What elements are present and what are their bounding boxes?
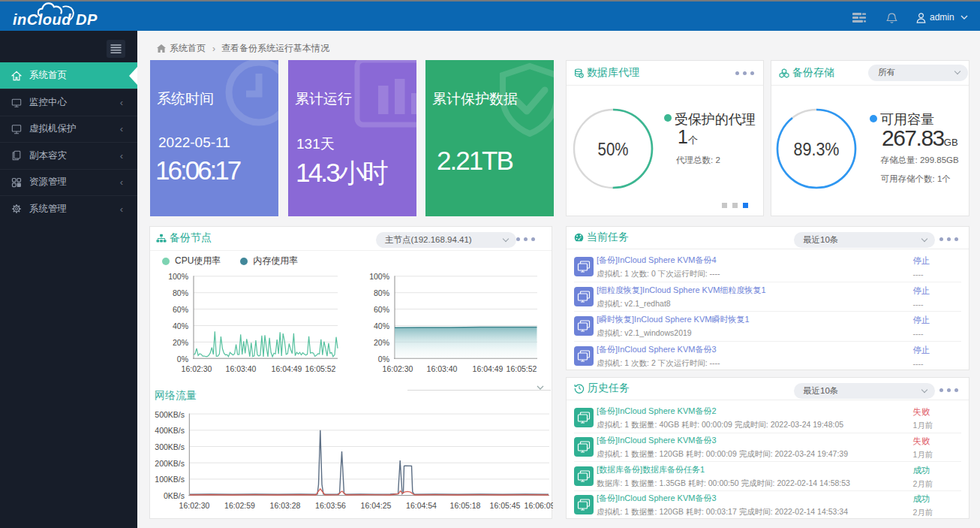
svg-text:20%: 20%: [374, 338, 389, 347]
svg-text:20%: 20%: [173, 338, 188, 347]
svg-text:16:04:49: 16:04:49: [272, 364, 302, 373]
svg-text:16:03:40: 16:03:40: [427, 364, 458, 373]
svg-text:16:06:09: 16:06:09: [525, 501, 553, 510]
svg-text:40%: 40%: [374, 321, 389, 330]
svg-text:16:04:54: 16:04:54: [406, 501, 437, 510]
svg-text:16:04:25: 16:04:25: [361, 501, 392, 510]
svg-text:200KB/s: 200KB/s: [155, 459, 185, 468]
svg-text:0%: 0%: [177, 355, 188, 364]
svg-text:80%: 80%: [374, 288, 389, 297]
svg-text:16:05:45: 16:05:45: [490, 501, 521, 510]
svg-text:16:05:52: 16:05:52: [305, 364, 336, 373]
svg-text:16:05:52: 16:05:52: [507, 364, 537, 373]
svg-text:0KB/s: 0KB/s: [164, 491, 185, 500]
svg-text:400KB/s: 400KB/s: [155, 426, 185, 435]
svg-text:16:02:30: 16:02:30: [182, 364, 212, 373]
svg-text:16:03:28: 16:03:28: [270, 501, 301, 510]
svg-text:500KB/s: 500KB/s: [155, 410, 185, 419]
svg-text:16:05:18: 16:05:18: [450, 501, 481, 510]
svg-text:16:04:49: 16:04:49: [473, 364, 504, 373]
svg-text:50%: 50%: [597, 138, 628, 158]
svg-text:80%: 80%: [173, 288, 188, 297]
svg-text:16:03:56: 16:03:56: [315, 501, 346, 510]
svg-text:16:03:40: 16:03:40: [226, 364, 257, 373]
svg-text:60%: 60%: [173, 305, 188, 314]
svg-text:0%: 0%: [378, 355, 389, 364]
svg-text:300KB/s: 300KB/s: [155, 442, 185, 451]
svg-text:40%: 40%: [173, 321, 188, 330]
svg-text:16:02:59: 16:02:59: [224, 501, 255, 510]
svg-text:100%: 100%: [369, 272, 389, 281]
svg-text:60%: 60%: [374, 305, 389, 314]
svg-text:89.3%: 89.3%: [794, 138, 840, 158]
svg-text:16:02:30: 16:02:30: [179, 501, 210, 510]
svg-text:16:02:30: 16:02:30: [383, 364, 413, 373]
svg-text:100KB/s: 100KB/s: [155, 475, 185, 484]
svg-text:100%: 100%: [168, 272, 188, 281]
